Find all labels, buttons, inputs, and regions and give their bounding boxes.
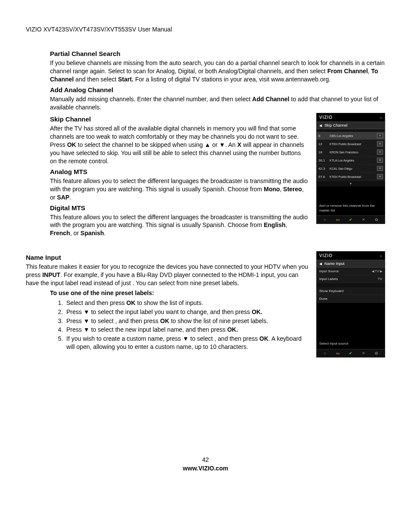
channel-row: 26.1 KTLA Los Angeles ✕ (317, 156, 385, 165)
step-2: Press ▼ to select the input label you wa… (65, 308, 308, 316)
channel-number: 18 (318, 150, 330, 154)
channel-row: 12 KTEH Public Broadcast ✕ (317, 140, 385, 148)
steps-list: Select and then press OK to show the lis… (26, 299, 308, 351)
bold-english: English (264, 221, 286, 228)
heading-analog-mts: Analog MTS (50, 168, 308, 175)
aspect-icon: ▭ (336, 218, 340, 222)
option-input-labels: Input Labels TV (317, 275, 385, 283)
option-label: Show Keyboard (319, 289, 343, 293)
channel-row: 6 CBS Los Angeles ✕ (317, 132, 385, 140)
text: Press ▼ to select the input label you wa… (66, 308, 252, 315)
text: and then press (85, 299, 127, 306)
tv-menu-title: ◀ Name Input (317, 260, 385, 268)
subheading-preset-labels: To use one of the nine preset labels: (26, 289, 308, 297)
channel-name: CBS Los Angeles (330, 134, 377, 137)
scroll-down-icon: ▼ (317, 181, 385, 187)
bold-add-channel: Add Channel (252, 96, 289, 103)
back-arrow-icon: ◀ (319, 124, 322, 128)
tv-footer-icons: ☆ ▭ ✔ ✕ ✿ (317, 215, 385, 224)
gear-icon: ✿ (375, 351, 378, 355)
bold-ok: OK (67, 141, 76, 148)
text: , and then press (115, 317, 160, 324)
footer-url: www.VIZIO.com (0, 465, 411, 472)
bold-ok: OK (160, 317, 169, 324)
home-icon: ⌂ (380, 115, 382, 120)
text: , and then press (215, 335, 259, 342)
tv-menu-title: ◀ Skip Channel (317, 121, 385, 129)
tv-logo: VIZIO (319, 253, 333, 258)
tv-footer-icons: ☆ ▭ ✔ ✕ ✿ (317, 349, 385, 357)
page-footer: 42 www.VIZIO.com (0, 456, 411, 472)
home-icon: ⌂ (380, 254, 382, 258)
check-icon: ✔ (349, 218, 352, 222)
bold-spanish: Spanish (81, 230, 104, 236)
back-arrow-icon: ◀ (319, 262, 322, 266)
bold-ok: OK (259, 335, 268, 342)
para-skip-channel: After the TV has stored all of the avail… (50, 124, 308, 165)
step-5: If you wish to create a custom name, pre… (65, 335, 308, 351)
para-analog-mts: This feature allows you to select the di… (50, 177, 308, 202)
heading-skip-channel: Skip Channel (50, 115, 308, 123)
check-icon: ✔ (349, 351, 352, 355)
text: Manually add missing channels. Enter the… (50, 96, 252, 103)
text: Press ▼ to select (66, 317, 115, 324)
page-number: 42 (0, 456, 411, 463)
channel-name: KTEH Public Broadcast (330, 143, 377, 146)
bold-ok: OK. (252, 308, 262, 315)
bold-sap: SAP (57, 194, 69, 201)
channel-name: KRON San Fransisco (330, 151, 377, 154)
step-3: Press ▼ to select , and then press OK to… (65, 317, 308, 325)
skip-checkbox-icon: ✕ (377, 141, 383, 146)
bold-start: Start. (118, 76, 134, 83)
tv-menu-title-text: Name Input (324, 261, 345, 266)
document-header: VIZIO XVT423SV/XVT473SV/XVT553SV User Ma… (26, 26, 385, 33)
bold-from-channel: From Channel (327, 68, 368, 75)
text: , or (70, 230, 81, 236)
text: Select (66, 299, 85, 306)
bold-x: X (237, 141, 241, 148)
tv-menu-title-text: Skip Channel (324, 123, 348, 128)
tv-logo: VIZIO (319, 115, 333, 120)
option-value: TV (378, 277, 382, 281)
heading-add-analog-channel: Add Analog Channel (50, 86, 385, 93)
skip-checkbox-icon: ✕ (377, 133, 383, 138)
tv-hint-text: Select input source (317, 303, 385, 348)
para-name-input: This feature makes it easier for you to … (26, 263, 308, 287)
channel-number: 26.1 (318, 159, 330, 162)
heading-name-input: Name Input (26, 254, 308, 261)
option-label: Input Source (319, 269, 339, 273)
close-icon: ✕ (362, 218, 365, 222)
bold-ok: OK (126, 299, 135, 306)
option-value: TV (375, 269, 379, 273)
option-show-keyboard: Show Keyboard (317, 287, 385, 295)
channel-number: 42.3 (318, 167, 330, 171)
text: . You can select from nine preset labels… (133, 280, 239, 286)
text: , (368, 68, 371, 75)
skip-checkbox-icon: ✕ (377, 149, 383, 155)
tv-hint-text: Add or remove this channel from the mast… (317, 187, 385, 215)
right-arrow-icon: ▶ (380, 270, 382, 273)
channel-number: 12 (318, 142, 330, 146)
text: . (104, 230, 106, 236)
heading-partial-channel-search: Partial Channel Search (50, 50, 385, 57)
text: to show the list of inputs. (135, 299, 203, 306)
aspect-icon: ▭ (336, 351, 340, 355)
tv-screenshot-name-input: VIZIO ⌂ ◀ Name Input Input Source ◀TV▶ I… (316, 251, 385, 357)
step-4: Press ▼ to select the new input label na… (65, 326, 308, 334)
channel-name: KTEH Public Broadcast (330, 175, 377, 178)
text: . (69, 194, 71, 201)
bold-input: INPUT (42, 271, 60, 278)
channel-row: 18 KRON San Fransisco ✕ (317, 148, 385, 156)
gear-icon: ✿ (375, 218, 378, 222)
bold-stereo: Stereo (283, 186, 302, 193)
bold-french: French (50, 230, 70, 236)
channel-name: KCAL San Diego (330, 167, 377, 170)
para-add-analog-channel: Manually add missing channels. Enter the… (50, 95, 385, 112)
option-done: Done (317, 295, 385, 303)
text: Press ▼ to select the new input label na… (66, 326, 227, 333)
text: If you wish to create a custom name, pre… (66, 335, 215, 342)
step-1: Select and then press OK to show the lis… (65, 299, 308, 307)
close-icon: ✕ (362, 351, 365, 355)
text: , (286, 221, 287, 228)
option-label: Done (319, 297, 327, 301)
